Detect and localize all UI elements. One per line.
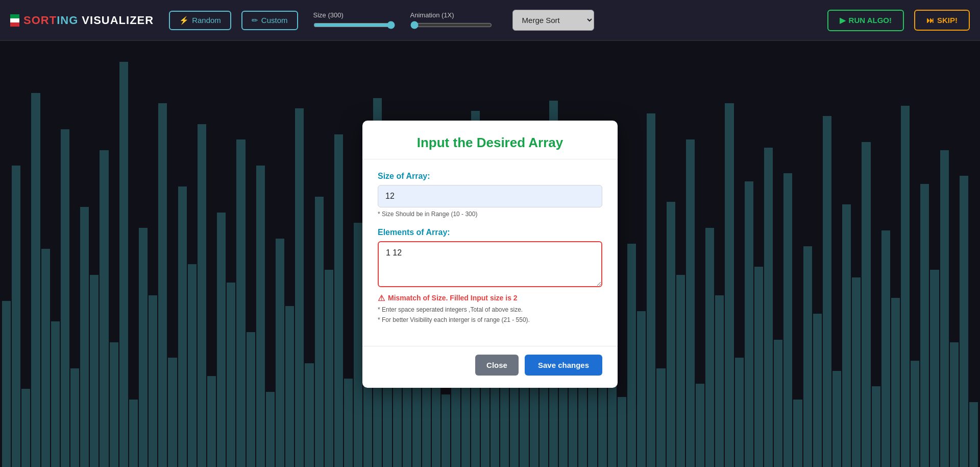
elements-label: Elements of Array:: [378, 228, 602, 237]
random-button[interactable]: ⚡ Random: [169, 11, 231, 30]
brand-rest: VISUALIZER: [78, 14, 154, 27]
elements-hint1: * Enter space seperated integers ,Total …: [378, 306, 602, 313]
navbar: SORTING VISUALIZER ⚡ Random ✏ Custom Siz…: [0, 0, 980, 41]
random-label: Random: [192, 16, 221, 25]
error-message-container: ⚠ Mismatch of Size. Filled Input size is…: [378, 293, 602, 303]
visualizer-area: Input the Desired Array Size of Array: *…: [0, 41, 980, 467]
modal-header: Input the Desired Array: [362, 121, 618, 159]
random-icon: ⚡: [179, 16, 189, 25]
custom-button[interactable]: ✏ Custom: [241, 11, 298, 30]
custom-label: Custom: [261, 16, 288, 25]
close-button[interactable]: Close: [475, 355, 519, 376]
size-slider-group: Size (300): [313, 11, 395, 29]
size-form-group: Size of Array: * Size Should be in Range…: [378, 172, 602, 218]
skip-icon: ⏭: [926, 16, 934, 25]
size-slider-label: Size (300): [313, 11, 395, 19]
modal-footer: Close Save changes: [362, 346, 618, 388]
run-label: RUN ALGO!: [849, 16, 892, 25]
skip-button[interactable]: ⏭ SKIP!: [914, 10, 970, 31]
modal-overlay: Input the Desired Array Size of Array: *…: [0, 41, 980, 467]
pencil-icon: ✏: [252, 16, 258, 25]
elements-hint2: * For better Visibility each interger is…: [378, 316, 602, 323]
brand-ing: ING: [57, 14, 78, 27]
brand-title: SORTING VISUALIZER: [23, 14, 154, 27]
brand: SORTING VISUALIZER: [10, 14, 154, 27]
size-label: Size of Array:: [378, 172, 602, 181]
warning-icon: ⚠: [378, 293, 385, 303]
skip-label: SKIP!: [937, 16, 958, 25]
flag-icon: [10, 14, 19, 27]
brand-sort: SORT: [23, 14, 57, 27]
run-algo-button[interactable]: ▶ RUN ALGO!: [827, 10, 904, 31]
modal-body: Size of Array: * Size Should be in Range…: [362, 159, 618, 346]
size-slider[interactable]: [313, 21, 395, 29]
custom-array-modal: Input the Desired Array Size of Array: *…: [362, 121, 618, 388]
modal-title: Input the Desired Array: [378, 135, 602, 151]
size-input[interactable]: [378, 185, 602, 207]
animation-slider[interactable]: [410, 21, 492, 29]
save-changes-button[interactable]: Save changes: [525, 355, 602, 376]
elements-textarea[interactable]: 1 12: [378, 241, 602, 287]
animation-slider-group: Animation (1X): [410, 11, 492, 29]
run-icon: ▶: [840, 16, 846, 25]
error-text: Mismatch of Size. Filled Input size is 2: [388, 294, 518, 302]
size-hint: * Size Should be in Range (10 - 300): [378, 211, 602, 218]
sort-algorithm-select[interactable]: Merge Sort Bubble Sort Quick Sort Heap S…: [512, 10, 594, 31]
animation-slider-label: Animation (1X): [410, 11, 492, 19]
elements-form-group: Elements of Array: 1 12 ⚠ Mismatch of Si…: [378, 228, 602, 323]
